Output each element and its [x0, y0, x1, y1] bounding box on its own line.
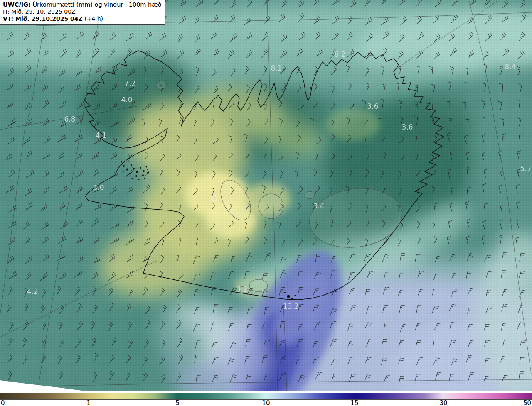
colorbar-tick-10: 10: [262, 399, 270, 406]
precip-value-label: 13.2: [283, 302, 299, 311]
precip-value-label: 3.2: [236, 285, 247, 293]
forecast-map-area: 7.24.06.84.13.08.18.23.63.68.45.73.44.23…: [0, 0, 532, 391]
lead-time: (+4 h): [83, 15, 103, 22]
product-desc: Úrkomumætti (mm) og vindur i 100m hæð: [31, 1, 162, 8]
colorbar-tick-5: 5: [175, 399, 180, 406]
valid-time: VT: Mið. 29.10.2025 04Z: [3, 15, 83, 22]
precip-value-label: 3.4: [313, 202, 324, 210]
colorbar-tick-15: 15: [350, 399, 358, 406]
title-line-product: UWC/IG: Úrkomumætti (mm) og vindur i 100…: [3, 1, 161, 8]
precip-value-label: 8.4: [505, 63, 516, 71]
precip-value-label: 7.2: [124, 79, 135, 88]
precip-value-label: 3.6: [367, 102, 378, 110]
precip-value-label: 4.2: [27, 287, 38, 296]
forecast-map: 7.24.06.84.13.08.18.23.63.68.45.73.44.23…: [0, 0, 532, 391]
precip-value-label: 3.6: [401, 123, 413, 131]
colorbar-tick-50: 50: [523, 399, 531, 406]
precip-value-label: 8.1: [271, 64, 282, 72]
product-id: UWC/IG:: [3, 1, 31, 8]
precip-value-label: 8.2: [334, 50, 345, 59]
title-line-init-time: IT: Mið. 29. 10. 2025 00Z: [3, 8, 161, 15]
precip-value-label: 5.7: [520, 164, 531, 173]
colorbar-strip: 01510153050: [0, 391, 532, 406]
colorbar-tick-1: 1: [86, 399, 91, 406]
precip-value-label: 4.1: [95, 131, 106, 139]
title-line-valid-time: VT: Mið. 29.10.2025 04Z (+4 h): [3, 15, 161, 22]
colorbar-tick-0: 0: [1, 399, 5, 406]
precip-value-label: 6.8: [64, 115, 75, 123]
precip-colorbar: [0, 393, 532, 400]
precip-value-label: 3.0: [93, 183, 104, 192]
title-box: UWC/IG: Úrkomumætti (mm) og vindur i 100…: [0, 0, 165, 25]
weather-forecast-page: { "title_box": { "line1_label": "UWC/IG:…: [0, 0, 532, 406]
precip-value-label: 4.0: [121, 95, 132, 104]
colorbar-tick-30: 30: [439, 399, 447, 406]
